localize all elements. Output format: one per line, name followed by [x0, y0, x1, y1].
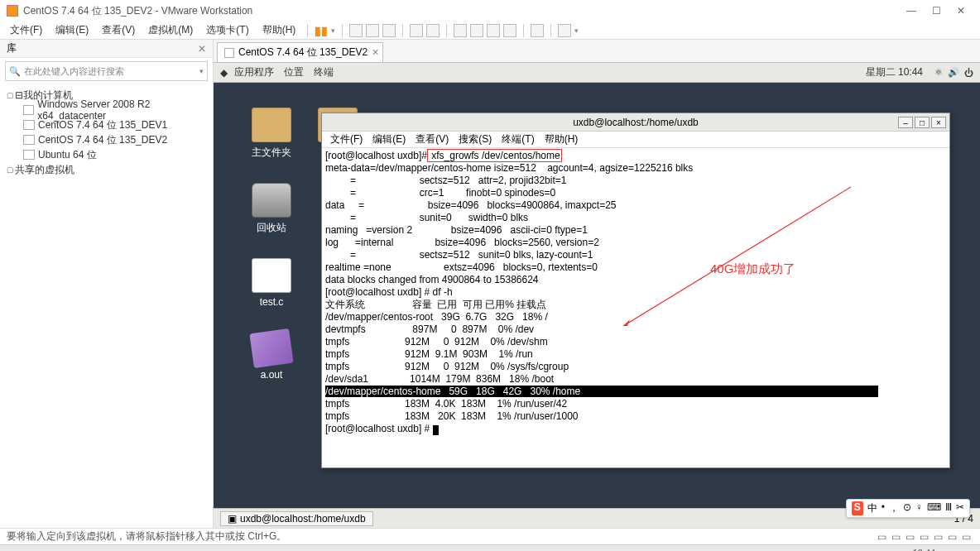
- status-device-icon[interactable]: ▭: [934, 531, 943, 543]
- tab-close-icon[interactable]: ✕: [372, 47, 379, 58]
- activities-icon[interactable]: ◆: [220, 67, 228, 79]
- close-button[interactable]: ✕: [949, 5, 973, 17]
- menu-help[interactable]: 帮助(H): [257, 22, 301, 39]
- toolbar-icon[interactable]: [426, 24, 440, 37]
- ime-item[interactable]: ⌨: [927, 501, 941, 515]
- tree-item-selected[interactable]: CentOS 7.4 64 位 135_DEV2: [2, 132, 211, 147]
- guest-desktop[interactable]: ◆ 应用程序 位置 终端 星期二 10:44 ⚛ 🔊 ⏻ 主文件夹 回收站 te…: [214, 63, 980, 528]
- ime-item[interactable]: ✂: [956, 501, 964, 515]
- network-icon[interactable]: ⚛: [934, 67, 943, 78]
- term-menu-file[interactable]: 文件(F): [327, 132, 366, 146]
- term-menu-search[interactable]: 搜索(S): [455, 132, 495, 146]
- ime-item[interactable]: •: [882, 501, 885, 515]
- status-device-icon[interactable]: ▭: [877, 531, 886, 543]
- terminal-icon: ▣: [228, 513, 237, 525]
- taskbar-app-vmware[interactable]: ▣: [242, 547, 270, 552]
- desktop-icon-home[interactable]: 主文件夹: [247, 108, 296, 160]
- highlighted-command: xfs_growfs /dev/centos/home: [427, 149, 562, 162]
- toolbar-icon[interactable]: [470, 24, 483, 37]
- toolbar-icon[interactable]: [382, 24, 396, 37]
- library-tree: ▢⊟ 我的计算机 Windows Server 2008 R2 x64_data…: [0, 84, 213, 180]
- vm-tab[interactable]: CentOS 7.4 64 位 135_DEV2 ✕: [217, 42, 383, 62]
- status-device-icon[interactable]: ▭: [891, 531, 901, 543]
- menu-view[interactable]: 查看(V): [97, 22, 140, 39]
- desktop-icon-program[interactable]: a.out: [247, 331, 296, 381]
- term-close-button[interactable]: ×: [931, 117, 946, 128]
- ime-toolbar[interactable]: S 中 • ， ⊙ ♀ ⌨ Ⅲ ✂: [846, 499, 970, 518]
- ime-item[interactable]: ♀: [915, 501, 923, 515]
- search-icon: 🔍: [9, 66, 21, 77]
- tray-clock[interactable]: 10:44 2019/12/17: [901, 548, 947, 552]
- pause-icon[interactable]: ▮▮: [315, 24, 328, 37]
- gnome-menu-places[interactable]: 位置: [284, 65, 304, 79]
- ime-item[interactable]: 中: [867, 501, 877, 515]
- close-sidebar-icon[interactable]: ✕: [198, 43, 206, 55]
- term-menu-edit[interactable]: 编辑(E): [369, 132, 409, 146]
- gnome-clock: 星期二 10:44: [866, 65, 923, 79]
- dropdown-icon[interactable]: ▾: [199, 67, 204, 75]
- term-minimize-button[interactable]: –: [898, 117, 913, 128]
- window-title: CentOS 7.4 64 位 135_DEV2 - VMware Workst…: [23, 4, 252, 18]
- gnome-menu-apps[interactable]: 应用程序: [234, 65, 274, 79]
- desktop-icon-file[interactable]: test.c: [247, 258, 296, 308]
- taskbar-item-terminal[interactable]: ▣ uxdb@localhost:/home/uxdb: [220, 511, 373, 526]
- toolbar-icon[interactable]: [531, 24, 544, 37]
- term-menu-terminal[interactable]: 终端(T): [498, 132, 537, 146]
- tree-root-shared[interactable]: ▢共享的虚拟机: [2, 162, 211, 177]
- tab-label: CentOS 7.4 64 位 135_DEV2: [238, 46, 368, 60]
- menu-edit[interactable]: 编辑(E): [50, 22, 94, 39]
- toolbar-icon[interactable]: [487, 24, 500, 37]
- search-button[interactable]: 🔍: [33, 547, 61, 552]
- status-device-icon[interactable]: ▭: [962, 531, 971, 543]
- taskbar-app-edge[interactable]: e: [152, 547, 180, 552]
- menu-tabs[interactable]: 选项卡(T): [201, 22, 253, 39]
- desktop-icon-trash[interactable]: 回收站: [247, 183, 296, 235]
- highlighted-row: /dev/mapper/centos-home 59G 18G 42G 30% …: [325, 386, 580, 397]
- taskview-button[interactable]: ⊞: [93, 547, 121, 552]
- ime-item[interactable]: ⊙: [903, 501, 911, 515]
- ime-item[interactable]: ，: [889, 501, 899, 515]
- term-menu-help[interactable]: 帮助(H): [541, 132, 582, 146]
- ime-item[interactable]: Ⅲ: [945, 501, 952, 515]
- vmware-statusbar: 要将输入定向到该虚拟机，请将鼠标指针移入其中或按 Ctrl+G。 ▭ ▭ ▭ ▭…: [0, 528, 980, 544]
- toolbar-icon[interactable]: [503, 24, 516, 37]
- term-maximize-button[interactable]: □: [915, 117, 930, 128]
- cortana-button[interactable]: ○: [63, 547, 91, 552]
- vmware-titlebar: CentOS 7.4 64 位 135_DEV2 - VMware Workst…: [0, 0, 980, 22]
- toolbar-icon[interactable]: [454, 24, 467, 37]
- menu-vm[interactable]: 虚拟机(M): [143, 22, 198, 39]
- dropdown-icon[interactable]: ▾: [331, 26, 335, 35]
- terminal-window: uxdb@localhost:/home/uxdb – □ × 文件(F) 编辑…: [321, 113, 950, 468]
- maximize-button[interactable]: ☐: [924, 5, 949, 17]
- library-search[interactable]: 🔍 在此处键入内容进行搜索 ▾: [5, 61, 208, 81]
- taskbar-app-vscode[interactable]: ≡: [182, 547, 210, 552]
- toolbar-icon[interactable]: [349, 24, 363, 37]
- toolbar-icon[interactable]: [558, 24, 571, 37]
- terminal-titlebar[interactable]: uxdb@localhost:/home/uxdb – □ ×: [322, 113, 949, 132]
- tree-item[interactable]: Windows Server 2008 R2 x64_datacenter: [2, 103, 211, 117]
- toolbar-icon[interactable]: [410, 24, 423, 37]
- taskbar-app-word[interactable]: W: [212, 547, 240, 552]
- minimize-button[interactable]: —: [899, 5, 924, 17]
- taskbar-app-explorer[interactable]: 📁: [122, 547, 151, 552]
- vm-icon: [224, 48, 234, 58]
- search-placeholder: 在此处键入内容进行搜索: [24, 65, 124, 78]
- dropdown-icon[interactable]: ▾: [574, 26, 579, 35]
- power-icon[interactable]: ⏻: [964, 68, 973, 78]
- library-title: 库: [7, 41, 17, 55]
- vmware-menubar: 文件(F) 编辑(E) 查看(V) 虚拟机(M) 选项卡(T) 帮助(H) ▮▮…: [0, 22, 980, 40]
- status-device-icon[interactable]: ▭: [920, 531, 929, 543]
- status-text: 要将输入定向到该虚拟机，请将鼠标指针移入其中或按 Ctrl+G。: [7, 529, 286, 544]
- gnome-menu-terminal[interactable]: 终端: [314, 65, 334, 79]
- term-menu-view[interactable]: 查看(V): [412, 132, 452, 146]
- status-device-icon[interactable]: ▭: [906, 531, 915, 543]
- menu-file[interactable]: 文件(F): [5, 22, 47, 39]
- toolbar-icon[interactable]: [366, 24, 379, 37]
- tree-item[interactable]: Ubuntu 64 位: [2, 147, 211, 162]
- terminal-menubar: 文件(F) 编辑(E) 查看(V) 搜索(S) 终端(T) 帮助(H): [322, 132, 949, 148]
- volume-icon[interactable]: 🔊: [948, 67, 959, 78]
- status-device-icon[interactable]: ▭: [948, 531, 957, 543]
- terminal-title: uxdb@localhost:/home/uxdb: [573, 117, 699, 128]
- terminal-body[interactable]: [root@localhost uxdb]# xfs_growfs /dev/c…: [322, 148, 949, 467]
- start-button[interactable]: [3, 547, 31, 552]
